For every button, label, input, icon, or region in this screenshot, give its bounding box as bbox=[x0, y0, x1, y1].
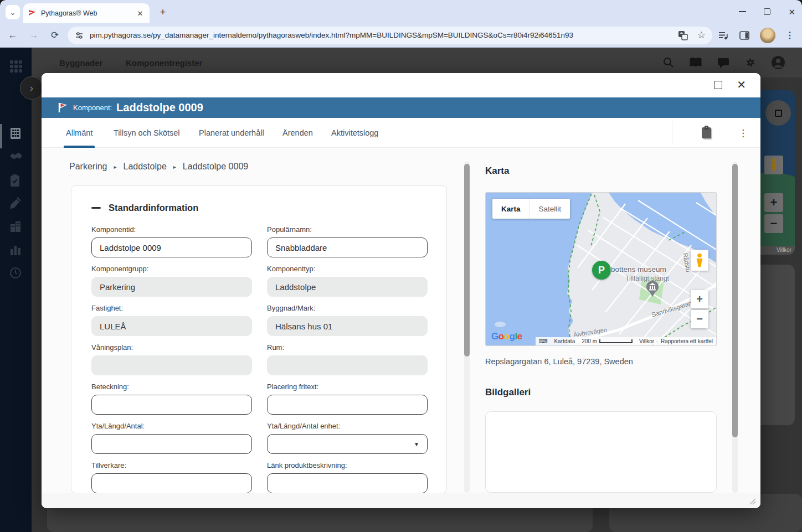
map-type-control: Karta Satellit bbox=[492, 199, 570, 219]
map-kartdata-label: Kartdata bbox=[551, 337, 578, 345]
component-flag-icon bbox=[58, 102, 68, 113]
museum-pin-icon[interactable] bbox=[645, 280, 660, 298]
pegman-icon bbox=[695, 253, 704, 267]
field-label: Yta/Längd/Antal: bbox=[91, 422, 252, 430]
placering-fritext-input[interactable] bbox=[267, 395, 428, 415]
tab-close-icon[interactable]: ✕ bbox=[135, 8, 145, 18]
translate-icon[interactable] bbox=[677, 30, 688, 41]
keyboard-shortcuts-icon[interactable]: ⌨ bbox=[536, 337, 551, 345]
favicon-flag-icon bbox=[28, 9, 37, 18]
breadcrumb-item-laddstolpe[interactable]: Laddstolpe bbox=[124, 162, 167, 172]
modal-kebab-icon[interactable]: ⋮ bbox=[738, 127, 748, 139]
forward-icon: → bbox=[25, 27, 42, 44]
nav-item-byggnader: Byggnader bbox=[59, 58, 102, 68]
map-shoal bbox=[495, 322, 506, 327]
window-maximize-icon[interactable] bbox=[764, 8, 770, 15]
sidebar-expand-chevron-icon: › bbox=[20, 76, 43, 100]
resize-handle[interactable] bbox=[748, 497, 756, 505]
map-type-satellit-button[interactable]: Satellit bbox=[529, 199, 570, 219]
gear-icon bbox=[744, 56, 757, 69]
url-bar[interactable]: pim.pythagoras.se/py_datamanager_interna… bbox=[68, 27, 712, 44]
window-minimize-icon[interactable] bbox=[739, 11, 746, 12]
field-label: Beteckning: bbox=[91, 383, 252, 391]
pegman-control[interactable] bbox=[691, 250, 708, 271]
museum-poi-label[interactable]: bottens museum bbox=[611, 265, 666, 273]
form-grid: Komponentid: Laddstolpe 0009 Populärnamn… bbox=[91, 225, 426, 493]
reload-icon[interactable]: ⟳ bbox=[47, 27, 63, 44]
breadcrumb: Parkering ▸ Laddstolpe ▸ Laddstolpe 0009 bbox=[69, 162, 248, 172]
browser-menu-kebab-icon[interactable]: ⋮ bbox=[785, 30, 794, 40]
modal-maximize-icon[interactable] bbox=[714, 81, 722, 89]
section-title: Standardinformation bbox=[109, 203, 198, 213]
field-label: Länk produktbeskrivning: bbox=[267, 461, 428, 469]
tab-search-button[interactable]: ⌄ bbox=[6, 5, 20, 19]
modal-kind-label: Komponent: bbox=[73, 104, 112, 112]
site-settings-icon[interactable] bbox=[74, 30, 84, 40]
parking-marker[interactable]: P bbox=[592, 261, 611, 280]
sidebar-active-indicator bbox=[0, 124, 2, 148]
new-tab-button[interactable]: + bbox=[156, 6, 169, 19]
map-zoom-in-button[interactable]: + bbox=[691, 290, 708, 308]
map-heading: Karta bbox=[485, 166, 509, 177]
tab-tillsyn-och-skotsel[interactable]: Tillsyn och Skötsel bbox=[114, 118, 180, 148]
side-panel-icon[interactable] bbox=[739, 30, 750, 41]
breadcrumb-item-laddstolpe-0009[interactable]: Laddstolpe 0009 bbox=[183, 162, 248, 172]
beteckning-input[interactable] bbox=[91, 395, 252, 415]
field-label: Komponentid: bbox=[91, 225, 252, 234]
right-scrollbar-thumb[interactable] bbox=[732, 164, 738, 437]
bookmark-star-icon[interactable]: ☆ bbox=[697, 29, 706, 41]
back-icon[interactable]: ← bbox=[4, 27, 21, 44]
background-zoom-out-control: − bbox=[764, 214, 783, 233]
field-label: Tillverkare: bbox=[91, 461, 252, 469]
left-scrollbar-track[interactable] bbox=[464, 162, 470, 493]
tab-planerat-underhall[interactable]: Planerat underhåll bbox=[199, 118, 264, 148]
attachment-clipboard-icon[interactable] bbox=[700, 125, 714, 141]
select-caret-icon: ▼ bbox=[414, 441, 419, 447]
tab-allmant[interactable]: Allmänt bbox=[66, 118, 92, 148]
modal-tab-actions: ⋮ bbox=[672, 118, 760, 148]
field-label: Populärnamn: bbox=[267, 225, 428, 234]
left-scrollbar-thumb[interactable] bbox=[464, 164, 470, 357]
tab-arenden[interactable]: Ärenden bbox=[282, 118, 313, 148]
browser-tab[interactable]: Pythagoras® Web ✕ bbox=[23, 3, 150, 23]
sidebar-item-gauge-icon bbox=[9, 267, 22, 279]
app-sidebar bbox=[0, 48, 32, 532]
field-label: Komponentgrupp: bbox=[91, 265, 252, 273]
tab-aktivitetslogg[interactable]: Aktivitetslogg bbox=[331, 118, 378, 148]
sidebar-item-city-icon bbox=[9, 220, 22, 233]
component-modal: ✕ Komponent: Laddstolpe 0009 Allmänt Til… bbox=[42, 73, 760, 508]
komponentid-input[interactable]: Laddstolpe 0009 bbox=[91, 237, 252, 257]
book-icon bbox=[689, 56, 702, 69]
google-logo[interactable]: Google bbox=[491, 331, 522, 342]
url-text[interactable]: pim.pythagoras.se/py_datamanager_interna… bbox=[90, 31, 677, 39]
modal-footer bbox=[42, 493, 760, 508]
map-zoom-out-button[interactable]: − bbox=[691, 310, 708, 328]
lank-produktbeskrivning-input[interactable] bbox=[267, 473, 428, 493]
modal-title: Laddstolpe 0009 bbox=[116, 101, 203, 114]
window-close-icon[interactable]: ✕ bbox=[788, 8, 795, 16]
popularnamn-input[interactable]: Snabbladdare bbox=[267, 237, 428, 257]
modal-close-icon[interactable]: ✕ bbox=[737, 79, 746, 90]
map-attribution: ⌨ Kartdata 200 m Villkor Rapportera ett … bbox=[536, 337, 716, 345]
map-type-karta-button[interactable]: Karta bbox=[492, 199, 529, 219]
right-scrollbar-track[interactable] bbox=[732, 162, 738, 493]
komponentgrupp-input: Parkering bbox=[91, 277, 252, 297]
map-villkor-link[interactable]: Villkor bbox=[636, 337, 657, 345]
byggnad-mark-input: Hälsans hus 01 bbox=[267, 316, 428, 336]
media-playlist-icon[interactable] bbox=[718, 30, 729, 41]
yta-langd-antal-enhet-select[interactable]: ▼ bbox=[267, 434, 428, 454]
sidebar-item-broom-icon bbox=[9, 197, 22, 209]
browser-window: ⌄ Pythagoras® Web ✕ + ✕ ← → ⟳ pim.pythag… bbox=[0, 0, 802, 532]
browser-profile-avatar[interactable] bbox=[760, 28, 775, 43]
tillverkare-input[interactable] bbox=[91, 473, 252, 493]
map-report-link[interactable]: Rapportera ett kartfel bbox=[657, 337, 716, 345]
sidebar-item-clipboard-icon bbox=[9, 174, 20, 187]
collapse-section-icon[interactable] bbox=[91, 207, 101, 209]
chevron-down-icon: ⌄ bbox=[10, 8, 16, 17]
background-zoom-in-control: + bbox=[764, 193, 783, 212]
sidebar-item-chart-icon bbox=[9, 244, 22, 256]
yta-langd-antal-input[interactable] bbox=[91, 434, 252, 454]
field-label: Komponenttyp: bbox=[267, 265, 428, 273]
google-map[interactable]: Karta Satellit P bottens museum Tillfäll… bbox=[485, 192, 717, 346]
breadcrumb-item-parkering[interactable]: Parkering bbox=[69, 162, 107, 172]
